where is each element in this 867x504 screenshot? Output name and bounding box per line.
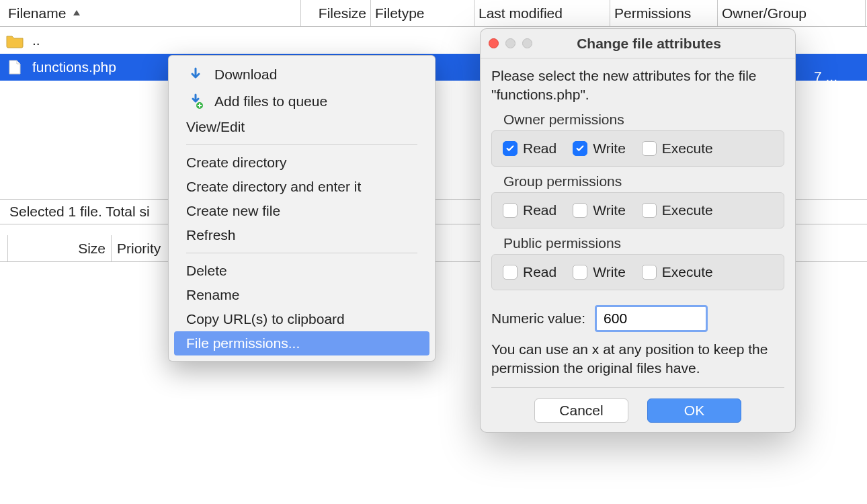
cm-file-permissions[interactable]: File permissions...: [174, 331, 429, 355]
checkbox-icon: [573, 141, 587, 156]
cancel-button-label: Cancel: [559, 403, 603, 419]
public-read-label: Read: [523, 264, 556, 280]
col-filesize[interactable]: Filesize: [301, 0, 371, 26]
col-lastmod-label: Last modified: [479, 5, 563, 22]
checkbox-icon: [642, 265, 657, 280]
add-queue-icon: [186, 92, 205, 111]
cm-view-edit[interactable]: View/Edit: [169, 115, 435, 139]
dialog-titlebar: Change file attributes: [481, 29, 795, 58]
owner-write-label: Write: [593, 140, 626, 157]
cm-download[interactable]: Download: [169, 61, 435, 88]
file-row-trailing: 7 ...: [814, 69, 837, 85]
checkbox-icon: [503, 141, 518, 156]
owner-read-checkbox[interactable]: Read: [503, 140, 556, 157]
public-execute-checkbox[interactable]: Execute: [642, 264, 713, 280]
checkbox-icon: [573, 265, 587, 280]
cm-create-file[interactable]: Create new file: [169, 199, 435, 223]
numeric-value-input[interactable]: [595, 305, 708, 332]
cm-view-edit-label: View/Edit: [186, 119, 245, 135]
owner-permissions-group: Owner permissions Read Write Execute: [491, 112, 784, 167]
col-permissions-label: Permissions: [614, 5, 691, 22]
folder-icon: [5, 32, 24, 48]
sort-asc-icon: [71, 8, 82, 19]
queue-col-priority-label: Priority: [117, 241, 161, 257]
cm-create-dir-enter-label: Create directory and enter it: [186, 179, 361, 195]
checkbox-icon: [573, 203, 587, 218]
file-icon: [5, 59, 24, 75]
cm-create-file-label: Create new file: [186, 203, 280, 219]
cancel-button[interactable]: Cancel: [534, 398, 628, 423]
group-permissions-box: Read Write Execute: [491, 192, 784, 228]
cm-rename-label: Rename: [186, 287, 239, 303]
cm-copy-url[interactable]: Copy URL(s) to clipboard: [169, 307, 435, 331]
minimize-icon: [505, 38, 515, 48]
group-read-checkbox[interactable]: Read: [503, 202, 556, 218]
ok-button[interactable]: OK: [647, 398, 741, 423]
col-owner-label: Owner/Group: [722, 5, 807, 22]
public-permissions-group: Public permissions Read Write Execute: [491, 235, 784, 290]
owner-execute-label: Execute: [662, 140, 713, 157]
col-filetype-label: Filetype: [375, 5, 425, 22]
group-execute-checkbox[interactable]: Execute: [642, 202, 713, 218]
col-filetype[interactable]: Filetype: [371, 0, 474, 26]
cm-add-queue[interactable]: Add files to queue: [169, 88, 435, 115]
dialog-instruction: Please select the new attributes for the…: [491, 67, 784, 105]
owner-execute-checkbox[interactable]: Execute: [642, 140, 713, 157]
col-filesize-label: Filesize: [319, 5, 366, 22]
group-permissions-group: Group permissions Read Write Execute: [491, 173, 784, 228]
close-icon[interactable]: [489, 38, 499, 48]
owner-read-label: Read: [523, 140, 556, 157]
cm-create-dir-enter[interactable]: Create directory and enter it: [169, 175, 435, 199]
cm-refresh[interactable]: Refresh: [169, 223, 435, 247]
queue-col-size[interactable]: Size: [8, 235, 112, 261]
dialog-buttons: Cancel OK: [491, 398, 784, 423]
public-read-checkbox[interactable]: Read: [503, 264, 556, 280]
public-write-label: Write: [593, 264, 626, 280]
zoom-icon: [522, 38, 532, 48]
owner-permissions-box: Read Write Execute: [491, 130, 784, 167]
parent-dir-label: ..: [30, 32, 40, 48]
owner-permissions-label: Owner permissions: [491, 112, 784, 128]
checkbox-icon: [503, 265, 518, 280]
queue-spacer: [0, 235, 8, 261]
group-read-label: Read: [523, 202, 556, 218]
public-permissions-label: Public permissions: [491, 235, 784, 251]
group-write-checkbox[interactable]: Write: [573, 202, 626, 218]
numeric-hint: You can use an x at any position to keep…: [491, 337, 784, 388]
traffic-lights: [489, 38, 532, 48]
cm-file-permissions-label: File permissions...: [186, 335, 300, 351]
col-owner[interactable]: Owner/Group: [718, 0, 866, 26]
numeric-value-label: Numeric value:: [491, 310, 585, 327]
file-list-header: Filename Filesize Filetype Last modified…: [0, 0, 867, 27]
permissions-dialog: Change file attributes Please select the…: [480, 28, 796, 433]
status-text: Selected 1 file. Total si: [9, 204, 150, 219]
dialog-body: Please select the new attributes for the…: [481, 58, 795, 423]
col-filename[interactable]: Filename: [0, 0, 301, 26]
cm-download-label: Download: [214, 67, 277, 83]
cm-separator: [186, 144, 417, 145]
cm-add-queue-label: Add files to queue: [214, 93, 327, 110]
checkbox-icon: [642, 203, 657, 218]
dialog-title: Change file attributes: [544, 36, 787, 52]
group-permissions-label: Group permissions: [491, 173, 784, 190]
cm-create-dir-label: Create directory: [186, 155, 286, 171]
cm-separator: [186, 253, 417, 253]
public-write-checkbox[interactable]: Write: [573, 264, 626, 280]
download-icon: [186, 65, 205, 84]
col-permissions[interactable]: Permissions: [610, 0, 718, 26]
col-lastmod[interactable]: Last modified: [474, 0, 610, 26]
checkbox-icon: [642, 141, 657, 156]
cm-copy-url-label: Copy URL(s) to clipboard: [186, 311, 345, 327]
checkbox-icon: [503, 203, 518, 218]
cm-delete[interactable]: Delete: [169, 259, 435, 283]
group-execute-label: Execute: [662, 202, 713, 218]
cm-rename[interactable]: Rename: [169, 283, 435, 307]
queue-col-size-label: Size: [78, 241, 106, 257]
group-write-label: Write: [593, 202, 626, 218]
owner-write-checkbox[interactable]: Write: [573, 140, 626, 157]
dialog-separator: [491, 387, 784, 388]
public-permissions-box: Read Write Execute: [491, 254, 784, 290]
cm-create-dir[interactable]: Create directory: [169, 151, 435, 175]
public-execute-label: Execute: [662, 264, 713, 280]
cm-refresh-label: Refresh: [186, 227, 236, 243]
